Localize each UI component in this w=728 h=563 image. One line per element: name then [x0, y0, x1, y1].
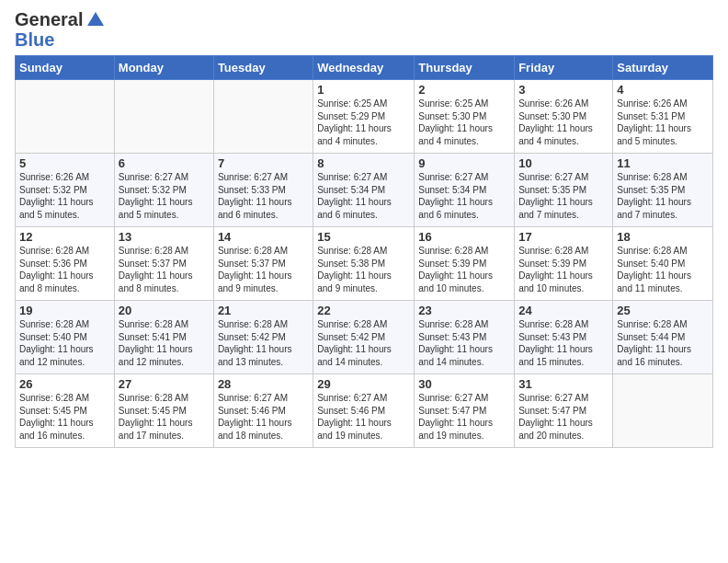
calendar-table: SundayMondayTuesdayWednesdayThursdayFrid…: [15, 55, 713, 448]
day-info: Sunrise: 6:28 AM Sunset: 5:43 PM Dayligh…: [418, 318, 510, 368]
day-info: Sunrise: 6:28 AM Sunset: 5:43 PM Dayligh…: [518, 318, 609, 368]
header: General Blue: [15, 9, 713, 50]
day-info: Sunrise: 6:28 AM Sunset: 5:45 PM Dayligh…: [19, 392, 110, 442]
day-number: 1: [317, 83, 410, 97]
day-info: Sunrise: 6:27 AM Sunset: 5:47 PM Dayligh…: [418, 392, 510, 442]
calendar-cell: 26Sunrise: 6:28 AM Sunset: 5:45 PM Dayli…: [16, 374, 115, 448]
calendar-week-row: 1Sunrise: 6:25 AM Sunset: 5:29 PM Daylig…: [16, 80, 713, 154]
day-info: Sunrise: 6:28 AM Sunset: 5:45 PM Dayligh…: [119, 392, 210, 442]
day-number: 15: [317, 230, 410, 244]
day-number: 9: [418, 156, 510, 170]
calendar-cell: 4Sunrise: 6:26 AM Sunset: 5:31 PM Daylig…: [613, 80, 713, 154]
calendar-cell: 21Sunrise: 6:28 AM Sunset: 5:42 PM Dayli…: [213, 301, 313, 374]
calendar-cell: 5Sunrise: 6:26 AM Sunset: 5:32 PM Daylig…: [16, 154, 115, 227]
calendar-cell: 19Sunrise: 6:28 AM Sunset: 5:40 PM Dayli…: [16, 301, 115, 374]
day-info: Sunrise: 6:28 AM Sunset: 5:35 PM Dayligh…: [617, 171, 709, 221]
day-info: Sunrise: 6:25 AM Sunset: 5:29 PM Dayligh…: [317, 98, 410, 147]
day-number: 27: [119, 377, 210, 391]
calendar-cell: 12Sunrise: 6:28 AM Sunset: 5:36 PM Dayli…: [16, 227, 115, 301]
calendar-header-row: SundayMondayTuesdayWednesdayThursdayFrid…: [16, 56, 713, 80]
day-info: Sunrise: 6:28 AM Sunset: 5:36 PM Dayligh…: [19, 245, 110, 294]
calendar-cell: [114, 80, 213, 154]
logo-general-text: General: [15, 9, 83, 29]
day-info: Sunrise: 6:28 AM Sunset: 5:41 PM Dayligh…: [119, 318, 210, 368]
day-info: Sunrise: 6:25 AM Sunset: 5:30 PM Dayligh…: [418, 98, 510, 147]
calendar-cell: 25Sunrise: 6:28 AM Sunset: 5:44 PM Dayli…: [613, 301, 713, 374]
day-info: Sunrise: 6:28 AM Sunset: 5:42 PM Dayligh…: [218, 318, 309, 368]
day-number: 4: [617, 83, 709, 97]
day-number: 3: [518, 83, 609, 97]
day-number: 30: [418, 377, 510, 391]
day-info: Sunrise: 6:28 AM Sunset: 5:38 PM Dayligh…: [317, 245, 410, 294]
calendar-cell: 2Sunrise: 6:25 AM Sunset: 5:30 PM Daylig…: [415, 80, 515, 154]
day-number: 11: [617, 156, 709, 170]
day-number: 12: [19, 230, 110, 244]
day-info: Sunrise: 6:27 AM Sunset: 5:35 PM Dayligh…: [518, 171, 609, 221]
day-info: Sunrise: 6:28 AM Sunset: 5:44 PM Dayligh…: [617, 318, 709, 368]
calendar-cell: 29Sunrise: 6:27 AM Sunset: 5:46 PM Dayli…: [313, 374, 415, 448]
day-number: 20: [119, 304, 210, 317]
calendar-cell: 23Sunrise: 6:28 AM Sunset: 5:43 PM Dayli…: [415, 301, 515, 374]
day-info: Sunrise: 6:28 AM Sunset: 5:40 PM Dayligh…: [19, 318, 110, 368]
day-number: 23: [418, 304, 510, 317]
calendar-cell: 27Sunrise: 6:28 AM Sunset: 5:45 PM Dayli…: [114, 374, 213, 448]
day-number: 2: [418, 83, 510, 97]
day-info: Sunrise: 6:27 AM Sunset: 5:46 PM Dayligh…: [218, 392, 309, 442]
calendar-cell: 30Sunrise: 6:27 AM Sunset: 5:47 PM Dayli…: [415, 374, 515, 448]
day-number: 25: [617, 304, 709, 317]
day-number: 8: [317, 156, 410, 170]
day-of-week-header: Sunday: [16, 56, 115, 80]
day-number: 17: [518, 230, 609, 244]
calendar-cell: 16Sunrise: 6:28 AM Sunset: 5:39 PM Dayli…: [415, 227, 515, 301]
day-of-week-header: Thursday: [415, 56, 515, 80]
day-info: Sunrise: 6:28 AM Sunset: 5:37 PM Dayligh…: [119, 245, 210, 294]
day-number: 29: [317, 377, 410, 391]
calendar-cell: 17Sunrise: 6:28 AM Sunset: 5:39 PM Dayli…: [515, 227, 613, 301]
calendar-cell: 31Sunrise: 6:27 AM Sunset: 5:47 PM Dayli…: [515, 374, 613, 448]
day-number: 28: [218, 377, 309, 391]
day-info: Sunrise: 6:27 AM Sunset: 5:34 PM Dayligh…: [418, 171, 510, 221]
day-info: Sunrise: 6:26 AM Sunset: 5:32 PM Dayligh…: [19, 171, 110, 221]
calendar-week-row: 12Sunrise: 6:28 AM Sunset: 5:36 PM Dayli…: [16, 227, 713, 301]
logo: General Blue: [15, 9, 106, 50]
day-number: 13: [119, 230, 210, 244]
day-info: Sunrise: 6:28 AM Sunset: 5:39 PM Dayligh…: [418, 245, 510, 294]
day-info: Sunrise: 6:27 AM Sunset: 5:33 PM Dayligh…: [218, 171, 309, 221]
calendar-cell: 10Sunrise: 6:27 AM Sunset: 5:35 PM Dayli…: [515, 154, 613, 227]
calendar-cell: 20Sunrise: 6:28 AM Sunset: 5:41 PM Dayli…: [114, 301, 213, 374]
day-info: Sunrise: 6:28 AM Sunset: 5:39 PM Dayligh…: [518, 245, 609, 294]
calendar-cell: 24Sunrise: 6:28 AM Sunset: 5:43 PM Dayli…: [515, 301, 613, 374]
day-of-week-header: Monday: [114, 56, 213, 80]
day-number: 21: [218, 304, 309, 317]
calendar-cell: 14Sunrise: 6:28 AM Sunset: 5:37 PM Dayli…: [213, 227, 313, 301]
logo-triangle-icon: [85, 9, 106, 29]
calendar-cell: 18Sunrise: 6:28 AM Sunset: 5:40 PM Dayli…: [613, 227, 713, 301]
day-number: 31: [518, 377, 609, 391]
day-number: 16: [418, 230, 510, 244]
calendar-cell: 15Sunrise: 6:28 AM Sunset: 5:38 PM Dayli…: [313, 227, 415, 301]
calendar-week-row: 5Sunrise: 6:26 AM Sunset: 5:32 PM Daylig…: [16, 154, 713, 227]
day-number: 18: [617, 230, 709, 244]
day-number: 6: [119, 156, 210, 170]
calendar-week-row: 26Sunrise: 6:28 AM Sunset: 5:45 PM Dayli…: [16, 374, 713, 448]
calendar-cell: [16, 80, 115, 154]
day-number: 22: [317, 304, 410, 317]
day-info: Sunrise: 6:27 AM Sunset: 5:46 PM Dayligh…: [317, 392, 410, 442]
calendar-week-row: 19Sunrise: 6:28 AM Sunset: 5:40 PM Dayli…: [16, 301, 713, 374]
calendar-cell: [613, 374, 713, 448]
calendar-cell: 22Sunrise: 6:28 AM Sunset: 5:42 PM Dayli…: [313, 301, 415, 374]
day-info: Sunrise: 6:27 AM Sunset: 5:32 PM Dayligh…: [119, 171, 210, 221]
day-number: 24: [518, 304, 609, 317]
calendar-cell: 11Sunrise: 6:28 AM Sunset: 5:35 PM Dayli…: [613, 154, 713, 227]
day-of-week-header: Saturday: [613, 56, 713, 80]
day-number: 19: [19, 304, 110, 317]
calendar-cell: 6Sunrise: 6:27 AM Sunset: 5:32 PM Daylig…: [114, 154, 213, 227]
day-of-week-header: Wednesday: [313, 56, 415, 80]
main-container: General Blue SundayMondayTuesdayWednesda…: [0, 0, 728, 455]
calendar-cell: 1Sunrise: 6:25 AM Sunset: 5:29 PM Daylig…: [313, 80, 415, 154]
day-info: Sunrise: 6:28 AM Sunset: 5:37 PM Dayligh…: [218, 245, 309, 294]
day-info: Sunrise: 6:28 AM Sunset: 5:42 PM Dayligh…: [317, 318, 410, 368]
day-info: Sunrise: 6:26 AM Sunset: 5:31 PM Dayligh…: [617, 98, 709, 147]
calendar-cell: [213, 80, 313, 154]
day-number: 14: [218, 230, 309, 244]
